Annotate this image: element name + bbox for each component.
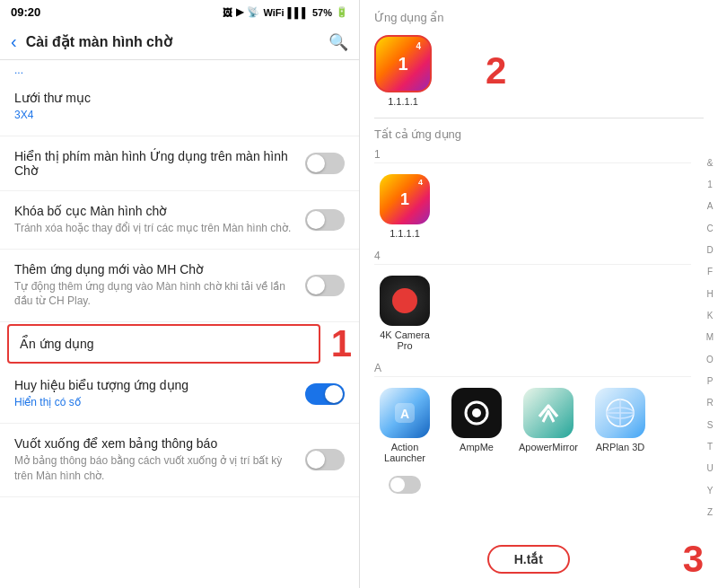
settings-header: ‹ Cài đặt màn hình chờ 🔍 [0,24,359,60]
wifi-icon: WiFi [263,7,284,18]
setting-sub: Tránh xóa hoặc thay đổi vị trí các mục t… [14,221,294,236]
apps-row-4: 4K Camera Pro [374,268,691,358]
app-label-arplan: ARPlan 3D [596,442,644,452]
setting-title: Lưới thư mục [14,91,345,105]
index-P[interactable]: P [707,376,714,386]
setting-content: Hiển thị phím màn hình Ứng dụng trên màn… [14,149,294,178]
index-U[interactable]: U [706,463,713,473]
index-H[interactable]: H [706,289,713,299]
search-button[interactable]: 🔍 [328,32,348,52]
annotation-3: 3 [683,538,704,581]
page-title: Cài đặt màn hình chờ [26,33,328,50]
setting-khoa-bo-cuc[interactable]: Khóa bố cục Màn hình chờ Tránh xóa hoặc … [0,191,359,250]
action-launcher-svg: A [391,399,418,426]
httat-button[interactable]: H.tắt [487,545,570,574]
index-1[interactable]: 1 [707,180,713,189]
setting-sub: Tự động thêm ứng dụng vào Màn hình chờ k… [14,279,294,310]
toggle-huy-hieu[interactable] [305,383,345,405]
app-icon-super: 4 [416,41,421,51]
setting-vuot-xuong[interactable]: Vuốt xuống để xem bảng thông báo Mở bảng… [0,424,359,497]
setting-content: Ẩn ứng dụng [20,337,308,351]
svg-point-3 [472,408,481,417]
hidden-app-1111[interactable]: 1 4 1.1.1.1 [374,35,432,107]
app-label-4k: 4K Camera Pro [374,329,435,351]
toggle-khoa-bo-cuc[interactable] [305,209,345,231]
apps-row-1: 1 4 1.1.1.1 [374,167,691,246]
app-label-1111: 1.1.1.1 [390,228,420,239]
play-icon: ▶ [236,6,243,18]
setting-them-ung-dung[interactable]: Thêm ứng dụng mới vào MH Chờ Tự động thê… [0,250,359,323]
app-icon-arplan [595,388,645,438]
setting-huy-hieu[interactable]: Huy hiệu biểu tượng ứng dụng Hiển thị có… [0,365,359,424]
cast-icon: 📡 [247,6,259,18]
app-icon-1111: 1 4 [380,174,430,224]
toggle-hien-thi-phim[interactable] [305,153,345,174]
setting-hien-thi-phim[interactable]: Hiển thị phím màn hình Ứng dụng trên màn… [0,136,359,191]
app-icon-apower [523,388,574,438]
app-item-apower-mirror[interactable]: ApowerMirror [518,388,579,463]
index-M[interactable]: M [706,332,714,342]
status-icons: 🖼 ▶ 📡 WiFi ▌▌▌ 57% 🔋 [223,6,348,18]
all-apps-label: Tất cả ứng dụng [360,122,718,145]
ampme-svg [461,398,492,428]
setting-title: Hiển thị phím màn hình Ứng dụng trên màn… [14,149,294,178]
photo-icon: 🖼 [223,7,232,18]
index-Y[interactable]: Y [707,486,714,496]
app-label-apower: ApowerMirror [519,442,578,452]
index-C[interactable]: C [706,224,713,233]
signal-icon: ▌▌▌ [288,7,309,18]
toggle-them-ung-dung[interactable] [305,275,345,296]
icon-super: 4 [418,178,423,187]
setting-title: Thêm ứng dụng mới vào MH Chờ [14,262,294,276]
app-label-action-launcher: Action Launcher [374,442,435,463]
app-icon-1111-hidden: 1 4 [374,35,432,92]
index-D[interactable]: D [706,245,713,255]
index-T[interactable]: T [707,442,713,452]
divider-all-apps [374,118,704,118]
settings-list: ... Lưới thư mục 3X4 Hiển thị phím màn h… [0,60,359,588]
setting-title: Vuốt xuống để xem bảng thông báo [14,436,294,451]
app-label-ampme: AmpMe [460,442,494,452]
index-Z[interactable]: Z [707,507,713,517]
battery-display: 57% [312,7,332,18]
time-display: 09:20 [11,5,40,19]
right-bottom-area: H.tắt 3 [360,531,718,588]
setting-luoi-thu-muc[interactable]: Lưới thư mục 3X4 [0,78,359,136]
setting-content: Lưới thư mục 3X4 [14,91,345,123]
setting-title: Ẩn ứng dụng [20,337,308,351]
setting-an-ung-dung[interactable]: Ẩn ứng dụng [7,324,320,364]
arplan-svg [603,396,637,430]
app-label-1111-hidden: 1.1.1.1 [388,96,418,107]
app-icon-4k [380,276,430,326]
index-amp[interactable]: & [707,158,714,168]
hidden-apps-label: Ứng dụng ẩn [360,0,718,28]
apps-row-A: A Action Launcher AmpMe [374,381,691,470]
right-panel: Ứng dụng ẩn 1 4 1.1.1.1 2 Tất cả ứng dụn… [359,0,718,588]
partial-row [374,470,691,503]
app-item-1111[interactable]: 1 4 1.1.1.1 [374,174,435,239]
index-O[interactable]: O [706,355,714,364]
setting-title: Huy hiệu biểu tượng ứng dụng [14,378,294,392]
setting-content: Khóa bố cục Màn hình chờ Tránh xóa hoặc … [14,204,294,236]
index-A[interactable]: A [707,201,714,211]
app-item-action-launcher[interactable]: A Action Launcher [374,388,435,463]
app-icon-action-launcher: A [380,388,430,438]
index-K[interactable]: K [707,311,714,320]
left-panel: 09:20 🖼 ▶ 📡 WiFi ▌▌▌ 57% 🔋 ‹ Cài đặt màn… [0,0,359,588]
annotation-1: 1 [331,325,352,363]
toggle-vuot-xuong[interactable] [305,449,345,470]
index-F[interactable]: F [707,267,713,276]
setting-sub: 3X4 [14,108,345,123]
app-item-arplan[interactable]: ARPlan 3D [590,388,651,463]
icon-num: 1 [400,190,409,209]
setting-content: Vuốt xuống để xem bảng thông báo Mở bảng… [14,436,294,484]
svg-text:A: A [400,407,409,421]
app-item-ampme[interactable]: AmpMe [446,388,507,463]
app-item-4k-camera[interactable]: 4K Camera Pro [374,276,435,351]
group-label-4: 4 [374,246,691,265]
index-S[interactable]: S [707,420,714,430]
index-R[interactable]: R [706,398,713,408]
partial-toggle[interactable] [389,476,421,494]
index-bar[interactable]: & 1 A C D F H K M O P R S T U Y Z [702,145,718,531]
back-button[interactable]: ‹ [11,31,17,52]
